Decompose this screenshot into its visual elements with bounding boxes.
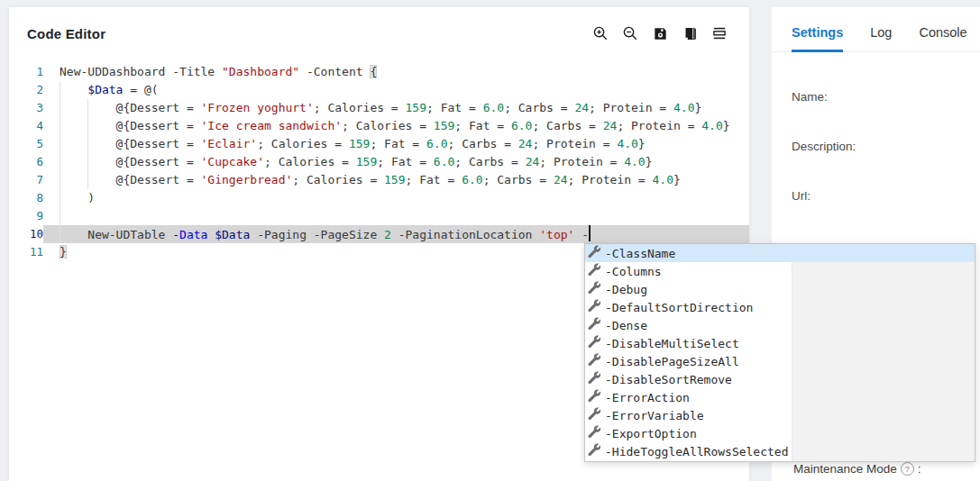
code-line-content[interactable]	[43, 207, 749, 225]
align-icon[interactable]	[711, 25, 728, 41]
suggest-item-label: -ErrorAction	[605, 391, 690, 404]
code-line[interactable]: 6 @{Dessert = 'Cupcake'; Calories = 159;…	[9, 153, 749, 171]
text-cursor	[589, 225, 591, 241]
indent-guide	[60, 207, 60, 225]
code-line[interactable]: 3 @{Dessert = 'Frozen yoghurt'; Calories…	[9, 99, 749, 117]
code-token: ; Protein =	[532, 137, 617, 150]
code-token: ; Carbs =	[504, 101, 574, 114]
code-token: 'Ice cream sandwich'	[201, 119, 343, 132]
wrench-icon	[588, 407, 605, 423]
suggest-details-pane	[792, 262, 975, 461]
code-token: }	[646, 155, 653, 168]
indent-guide	[60, 99, 60, 117]
indent-guide	[87, 135, 88, 153]
indent-guide	[87, 99, 88, 117]
code-line[interactable]: 8 )	[9, 189, 749, 207]
tab-settings[interactable]: Settings	[792, 25, 843, 51]
code-token: ; Carbs =	[454, 155, 525, 168]
indent-guide	[60, 171, 60, 189]
code-line-content[interactable]: )	[43, 189, 749, 207]
code-token: 4.0	[701, 119, 722, 132]
suggest-item-label: -Debug	[605, 283, 647, 296]
code-token: }	[694, 101, 701, 114]
code-line[interactable]: 1New-UDDashboard -Title "Dashboard" -Con…	[9, 63, 749, 81]
field-label-name: Name:	[792, 90, 980, 104]
wrench-icon	[588, 371, 605, 387]
indent-guide	[60, 81, 60, 99]
code-line-content[interactable]: @{Dessert = 'Ice cream sandwich'; Calori…	[43, 117, 749, 135]
code-token: ; Fat =	[370, 137, 426, 150]
code-token: ; Fat =	[406, 173, 463, 186]
code-token: 4.0	[617, 137, 637, 150]
code-token: 4.0	[673, 101, 694, 114]
maintenance-mode-colon: :	[918, 462, 921, 476]
code-line-content[interactable]: @{Dessert = 'Eclair'; Calories = 159; Fa…	[43, 135, 749, 153]
maintenance-mode-label: Maintenance Mode	[793, 462, 897, 476]
line-number: 11	[9, 243, 43, 261]
code-token: 24	[526, 155, 540, 168]
code-token: ; Calories =	[264, 155, 356, 168]
indent-guide	[87, 171, 88, 189]
code-token: 'Frozen yoghurt'	[201, 101, 314, 114]
code-token: $Data	[215, 228, 250, 241]
suggest-item-label: -ExportOption	[605, 427, 697, 440]
code-token: 159	[406, 101, 426, 114]
code-token: ; Fat =	[377, 155, 434, 168]
indent-guide	[87, 117, 88, 135]
suggest-item-label: -DefaultSortDirection	[605, 301, 753, 314]
suggest-item[interactable]: -ClassName	[585, 244, 975, 262]
code-token: )	[60, 191, 95, 204]
code-token: 6.0	[462, 173, 482, 186]
code-token: 24	[574, 101, 589, 114]
code-line[interactable]: 2 $Data = @(	[9, 81, 749, 99]
code-token: ; Protein =	[568, 173, 653, 186]
code-token: 6.0	[426, 137, 447, 150]
indent-guide	[60, 135, 60, 153]
code-token: 24	[518, 137, 533, 150]
code-line-content[interactable]: @{Dessert = 'Gingerbread'; Calories = 15…	[43, 171, 749, 189]
line-number: 9	[9, 207, 43, 225]
code-line-content[interactable]: @{Dessert = 'Frozen yoghurt'; Calories =…	[43, 99, 749, 117]
code-token: "Dashboard"	[222, 65, 299, 78]
save-icon[interactable]	[652, 25, 668, 41]
code-line[interactable]: 5 @{Dessert = 'Eclair'; Calories = 159; …	[9, 135, 749, 153]
code-token: = @(	[123, 83, 158, 96]
code-token: @{Dessert =	[60, 173, 201, 186]
code-token: 'Cupcake'	[201, 155, 264, 168]
code-token: 6.0	[483, 101, 504, 114]
code-token: $Data	[87, 83, 123, 96]
code-token	[60, 83, 87, 96]
zoom-out-icon[interactable]	[622, 25, 638, 41]
maintenance-mode-row: Maintenance Mode ? :	[793, 462, 921, 476]
code-token: ; Calories =	[257, 137, 349, 150]
help-icon[interactable]: ?	[901, 462, 914, 476]
code-token: }	[638, 137, 646, 150]
wrench-icon	[588, 353, 605, 369]
field-label-description: Description:	[792, 140, 980, 153]
code-token: ; Fat =	[426, 101, 483, 114]
wrench-icon	[588, 425, 605, 441]
line-number: 1	[9, 63, 43, 81]
code-token: 'Gingerbread'	[201, 173, 293, 186]
code-line[interactable]: 10 New-UDTable -Data $Data -Paging -Page…	[9, 225, 749, 243]
indent-guide	[60, 153, 60, 171]
code-token: 'top'	[539, 228, 574, 241]
code-token: 24	[554, 173, 568, 186]
code-line-content[interactable]: $Data = @(	[43, 81, 749, 99]
code-area[interactable]: 1New-UDDashboard -Title "Dashboard" -Con…	[9, 63, 749, 261]
code-line[interactable]: 4 @{Dessert = 'Ice cream sandwich'; Calo…	[9, 117, 749, 135]
code-line[interactable]: 7 @{Dessert = 'Gingerbread'; Calories = …	[9, 171, 749, 189]
suggest-item-label: -Columns	[605, 265, 662, 278]
tab-console[interactable]: Console	[919, 25, 966, 51]
tab-log[interactable]: Log	[870, 25, 892, 51]
suggest-item-label: -DisablePageSizeAll	[605, 355, 739, 368]
code-line-content[interactable]: New-UDTable -Data $Data -Paging -PageSiz…	[43, 225, 749, 243]
book-icon[interactable]	[682, 25, 698, 41]
suggest-item-label: -ErrorVariable	[605, 409, 704, 422]
zoom-in-icon[interactable]	[592, 25, 609, 41]
code-line-content[interactable]: New-UDDashboard -Title "Dashboard" -Cont…	[43, 63, 749, 81]
code-line-content[interactable]: @{Dessert = 'Cupcake'; Calories = 159; F…	[43, 153, 749, 171]
code-token: 4.0	[653, 173, 673, 186]
code-line[interactable]: 9	[9, 207, 749, 225]
indent-guide	[60, 225, 60, 243]
